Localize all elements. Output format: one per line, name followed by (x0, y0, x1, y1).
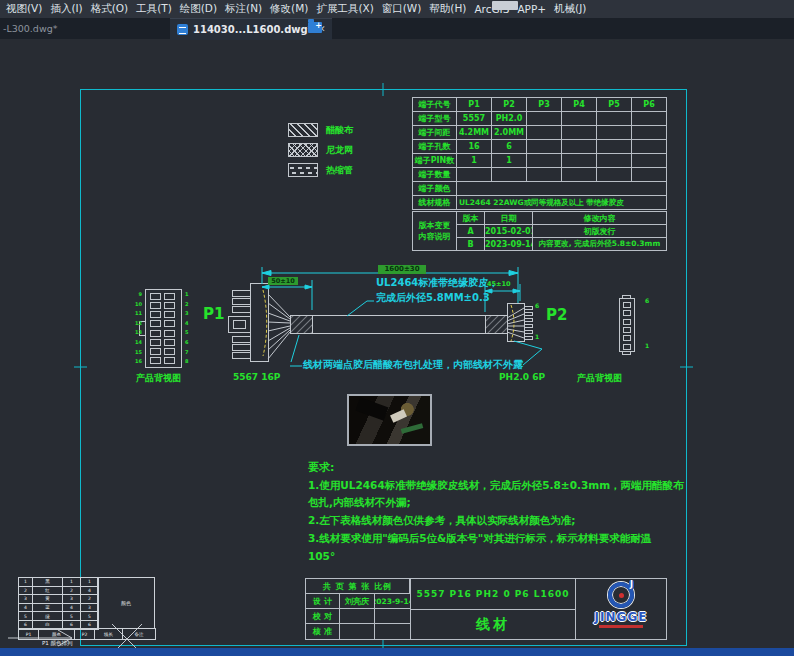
cad-window: 视图(V)插入(I)格式(O)工具(T)绘图(D)标注(N)修改(M)扩展工具(… (0, 0, 794, 656)
table-cell: 端子孔数 (413, 140, 457, 154)
table-row: 1 黑 1 1 (19, 578, 99, 587)
tab-inactive-drawing[interactable]: -L300.dwg* (0, 23, 57, 34)
table-cell (527, 168, 562, 182)
menu-item[interactable]: APP+ (513, 3, 550, 15)
menu-item[interactable]: 机械(J) (550, 2, 590, 16)
view-caption-left: 产品背视图 (136, 372, 181, 385)
table-row: 版本变更 内容说明 版本 日期 修改内容 (413, 212, 667, 225)
left-wrap-dimension[interactable]: 50±10 (268, 277, 298, 285)
table-cell (527, 126, 562, 140)
new-drawing-icon[interactable] (308, 22, 322, 33)
menu-item[interactable]: 窗口(W) (378, 2, 426, 16)
menu-item[interactable]: 格式(O) (87, 2, 132, 16)
table-cell (632, 112, 667, 126)
heatshrink-hatch-swatch (288, 163, 318, 177)
table-cell: 端子数量 (413, 168, 457, 182)
legend-item: 尼龙网 (288, 143, 353, 157)
table-cell: 内容更改, 完成后外径5.8±0.3mm (533, 238, 667, 251)
menu-item[interactable]: 标注(N) (221, 2, 266, 16)
revision-side-label: 版本变更 内容说明 (413, 212, 457, 251)
callout-top-line1: UL2464标准带绝缘胶皮， (376, 276, 498, 290)
wire-color-table: 1 黑 1 1 2 红 2 4 3 黄 3 2 4 蓝 4 (18, 577, 99, 630)
table-cell (632, 154, 667, 168)
table-row: 线材规格 UL2464 22AWG或同等规格及以上 带绝缘胶皮 (413, 196, 667, 210)
check-date (374, 608, 411, 624)
table-cell: 4 (63, 603, 81, 612)
table-row: 3 黄 3 2 (19, 595, 99, 604)
pin-number: 12 (128, 319, 142, 329)
overall-length-dimension[interactable]: 1600±30 (378, 265, 426, 274)
p2-pin-top: 6 (535, 302, 539, 309)
notes-lines: 1.使用UL2464标准带绝缘胶皮线材，完成后外径5.8±0.3mm，两端用醋酸… (308, 477, 658, 566)
notes-title: 要求: (308, 459, 658, 477)
legend-item: 热缩管 (288, 163, 353, 177)
menu-item[interactable]: 扩展工具(X) (312, 2, 377, 16)
legend-label: 热缩管 (326, 164, 353, 177)
approve-label: 核 准 (305, 623, 340, 640)
p1-pin-numbers-right: 12345678 (185, 290, 199, 367)
photo-texture (390, 409, 407, 423)
pages-scale-row: 共 页 第 张 比例 (305, 578, 410, 594)
table-cell: 1 (63, 578, 81, 587)
company-logo: J JINGGE (575, 578, 667, 640)
table-row: 端子孔数 16 6 (413, 140, 667, 154)
menu-item[interactable]: 插入(I) (46, 2, 86, 16)
pin-number: 15 (128, 348, 142, 358)
menu-item[interactable]: 视图(V) (2, 2, 46, 16)
table-cell: 2 (19, 586, 33, 595)
note-line: 2.左下表格线材颜色仅供参考，具体以实际线材颜色为准; (308, 512, 658, 530)
table-cell: P6 (632, 98, 667, 112)
table-cell: 3 (81, 603, 99, 612)
table-cell: 5 (19, 612, 33, 621)
title-block: 共 页 第 张 比例 设 计 刘亮庆 2023-9-14 校 对 核 准 555… (305, 578, 667, 640)
table-cell (632, 140, 667, 154)
tab-bar: -L300.dwg* 114030...L1600.dwg* ✕ (0, 18, 794, 39)
pin-number: 1 (185, 290, 199, 300)
menu-item[interactable]: 帮助(H) (425, 2, 470, 16)
table-cell (597, 112, 632, 126)
note-line: 3.线材要求使用"编码后5位&版本号"对其进行标示，标示材料要求能耐温 (308, 530, 658, 548)
menu-item[interactable]: 绘图(D) (176, 2, 221, 16)
product-photo (347, 394, 432, 446)
note-line: 包扎,内部线材不外漏; (308, 494, 658, 512)
logo-j-mark: J (629, 580, 634, 589)
check-name (339, 608, 375, 624)
requirements-notes: 要求: 1.使用UL2464标准带绝缘胶皮线材，完成后外径5.8±0.3mm，两… (308, 459, 658, 565)
table-cell (492, 168, 527, 182)
photo-texture (356, 397, 389, 420)
pin-number: 16 (128, 357, 142, 367)
table-cell: P4 (562, 98, 597, 112)
pin-number: 13 (128, 328, 142, 338)
logo-text: JINGGE (595, 610, 648, 624)
menu-item[interactable]: 工具(T) (132, 2, 176, 16)
table-cell (597, 140, 632, 154)
table-cell: 5 (63, 612, 81, 621)
table-cell: 1 (81, 578, 99, 587)
p2-front-view (620, 296, 635, 355)
p2-part-number: PH2.0 6P (499, 372, 545, 382)
legend-item: 醋酸布 (288, 123, 353, 137)
table-cell (457, 182, 667, 196)
table-cell: 1 (492, 154, 527, 168)
table-cell: 2023-09-14 (485, 238, 533, 251)
table-cell (562, 154, 597, 168)
table-cell (527, 140, 562, 154)
p1-back-view (229, 284, 291, 362)
table-cell (562, 168, 597, 182)
logo-red-dot (619, 593, 624, 598)
wire-color-caption: P1 颜色排列 (42, 640, 73, 647)
menu-item[interactable]: 修改(M) (266, 2, 312, 16)
revision-table: 版本变更 内容说明 版本 日期 修改内容 A 2015-02-01 初版发行 B… (412, 211, 667, 251)
table-row: 端子代号 P1 P2 P3 P4 P5 P6 (413, 98, 667, 112)
callout-bottom: 线材两端点胶后醋酸布包扎处理，内部线材不外露 (303, 358, 523, 372)
status-bar[interactable] (0, 648, 794, 656)
table-cell: 端子间距 (413, 126, 457, 140)
table-row: 端子数量 (413, 168, 667, 182)
tab-label: 114030...L1600.dwg* (193, 24, 313, 35)
p2-back-view (507, 304, 533, 342)
terminal-spec-table: 端子代号 P1 P2 P3 P4 P5 P6 端子型号 5557 PH2.0 (412, 97, 667, 210)
pin-number: 4 (185, 319, 199, 329)
table-row: 端子型号 5557 PH2.0 (413, 112, 667, 126)
table-cell (457, 168, 492, 182)
pin-number: 6 (185, 338, 199, 348)
